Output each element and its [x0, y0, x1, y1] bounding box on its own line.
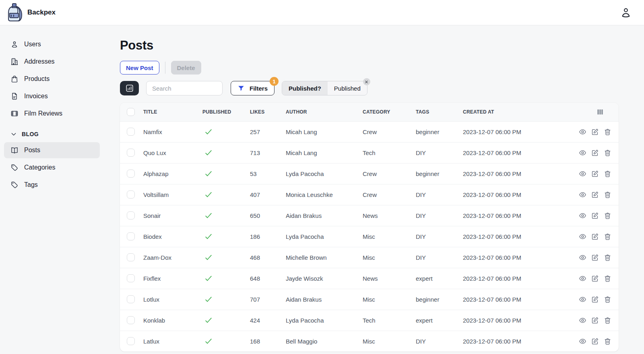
edit-button[interactable]	[591, 212, 599, 219]
sidebar-item-label: Users	[24, 41, 41, 48]
edit-button[interactable]	[591, 337, 599, 345]
row-checkbox[interactable]	[127, 232, 135, 240]
row-checkbox[interactable]	[127, 170, 135, 178]
cell-likes: 707	[250, 289, 286, 310]
eye-icon	[579, 275, 586, 282]
check-icon	[204, 232, 213, 241]
delete-row-button[interactable]	[604, 233, 611, 240]
view-button[interactable]	[579, 296, 586, 303]
trash-icon	[604, 317, 611, 324]
view-button[interactable]	[579, 128, 586, 136]
user-icon	[10, 40, 19, 48]
view-button[interactable]	[579, 170, 586, 178]
delete-row-button[interactable]	[604, 296, 611, 303]
select-all-checkbox[interactable]	[127, 108, 135, 116]
delete-row-button[interactable]	[604, 317, 611, 324]
sidebar-item-label: Posts	[24, 147, 40, 154]
cell-published	[202, 268, 250, 289]
row-checkbox[interactable]	[127, 128, 135, 136]
edit-button[interactable]	[591, 128, 599, 136]
cell-title: Sonair	[143, 205, 202, 226]
remove-filter-button[interactable]	[363, 78, 370, 85]
edit-button[interactable]	[591, 149, 599, 157]
chart-bar-icon	[125, 84, 134, 93]
check-icon	[204, 211, 213, 220]
column-header-published[interactable]: PUBLISHED	[202, 103, 250, 121]
cell-tags: DIY	[416, 205, 463, 226]
user-menu-button[interactable]	[619, 6, 633, 19]
row-checkbox[interactable]	[127, 316, 135, 324]
cell-created-at: 2023-12-07 06:00 PM	[463, 289, 572, 310]
cell-author: Michelle Brown	[286, 247, 363, 268]
sidebar-item-invoices[interactable]: Invoices	[4, 88, 100, 104]
search-input[interactable]	[146, 81, 223, 95]
delete-row-button[interactable]	[604, 170, 611, 178]
sidebar-item-categories[interactable]: Categories	[4, 159, 100, 176]
edit-button[interactable]	[591, 170, 599, 178]
close-icon	[365, 80, 368, 84]
column-header-category[interactable]: CATEGORY	[363, 103, 416, 121]
cell-title: Namfix	[143, 121, 202, 142]
view-button[interactable]	[579, 191, 586, 199]
delete-row-button[interactable]	[604, 254, 611, 261]
sidebar-section-label: BLOG	[22, 131, 39, 137]
row-checkbox[interactable]	[127, 211, 135, 219]
delete-row-button[interactable]	[604, 337, 611, 345]
row-checkbox[interactable]	[127, 295, 135, 303]
row-checkbox[interactable]	[127, 149, 135, 157]
cell-created-at: 2023-12-07 06:00 PM	[463, 163, 572, 184]
cell-created-at: 2023-12-07 06:00 PM	[463, 184, 572, 205]
cell-category: Crew	[363, 184, 416, 205]
row-checkbox[interactable]	[127, 337, 135, 345]
view-button[interactable]	[579, 275, 586, 282]
topbar: Backpex	[0, 0, 644, 25]
sidebar-item-posts[interactable]: Posts	[4, 142, 100, 158]
toggle-metrics-button[interactable]	[120, 81, 139, 95]
column-header-likes[interactable]: LIKES	[250, 103, 286, 121]
view-button[interactable]	[579, 317, 586, 324]
filter-chip-name[interactable]: Published?	[282, 81, 328, 95]
view-button[interactable]	[579, 233, 586, 240]
edit-button[interactable]	[591, 191, 599, 199]
cell-likes: 407	[250, 184, 286, 205]
filter-chip-value[interactable]: Published	[328, 81, 367, 95]
table-row: Sonair 650 Aidan Brakus News DIY 2023-12…	[120, 205, 619, 226]
column-header-title[interactable]: TITLE	[143, 103, 202, 121]
edit-button[interactable]	[591, 254, 599, 261]
edit-button[interactable]	[591, 275, 599, 282]
cell-category: Misc	[363, 289, 416, 310]
row-checkbox[interactable]	[127, 253, 135, 261]
cell-likes: 257	[250, 121, 286, 142]
delete-row-button[interactable]	[604, 128, 611, 136]
delete-row-button[interactable]	[604, 212, 611, 219]
view-button[interactable]	[579, 254, 586, 261]
delete-row-button[interactable]	[604, 149, 611, 157]
row-actions	[572, 170, 611, 178]
sidebar-item-addresses[interactable]: Addresses	[4, 54, 100, 70]
main-content: Posts New Post Delete Filters 1	[104, 25, 644, 354]
sidebar-item-products[interactable]: Products	[4, 71, 100, 87]
edit-button[interactable]	[591, 233, 599, 240]
sidebar-item-tags[interactable]: Tags	[4, 177, 100, 193]
delete-row-button[interactable]	[604, 191, 611, 199]
row-checkbox[interactable]	[127, 274, 135, 282]
sidebar-item-film-reviews[interactable]: Film Reviews	[4, 106, 100, 122]
filters-button[interactable]: Filters 1	[231, 81, 275, 95]
edit-button[interactable]	[591, 296, 599, 303]
column-header-created-at[interactable]: CREATED AT	[463, 103, 572, 121]
cell-likes: 468	[250, 247, 286, 268]
edit-button[interactable]	[591, 317, 599, 324]
row-checkbox[interactable]	[127, 190, 135, 199]
sidebar-section-blog[interactable]: BLOG	[4, 127, 100, 141]
view-button[interactable]	[579, 149, 586, 157]
toggle-columns-button[interactable]	[596, 108, 604, 116]
delete-button[interactable]: Delete	[171, 61, 201, 75]
new-post-button[interactable]: New Post	[120, 61, 159, 75]
column-header-author[interactable]: AUTHOR	[286, 103, 363, 121]
column-header-tags[interactable]: TAGS	[416, 103, 463, 121]
delete-row-button[interactable]	[604, 275, 611, 282]
view-button[interactable]	[579, 337, 586, 345]
sidebar-item-users[interactable]: Users	[4, 36, 100, 52]
view-button[interactable]	[579, 212, 586, 219]
table-header-row: TITLE PUBLISHED LIKES AUTHOR CATEGORY TA…	[120, 103, 619, 121]
